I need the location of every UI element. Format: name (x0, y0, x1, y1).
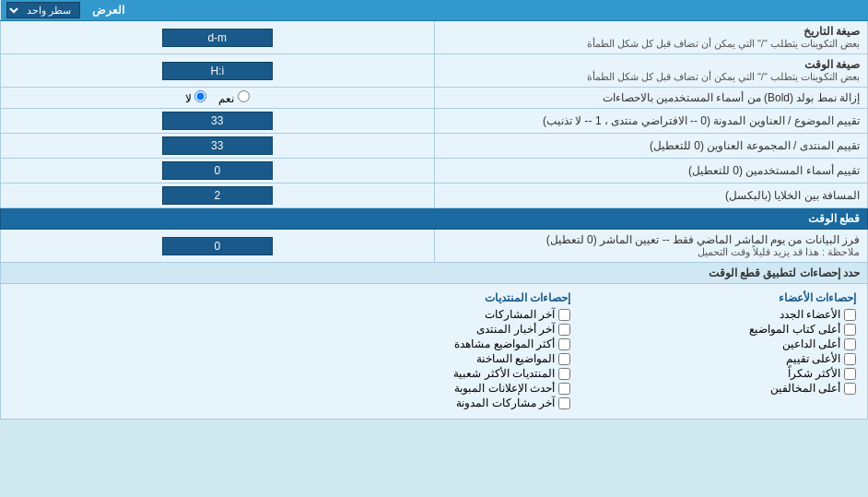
time-format-sublabel: بعض التكوينات يتطلب "/" التي يمكن أن تضا… (442, 71, 861, 83)
bold-remove-label: إزالة نمط بولد (Bold) من أسماء المستخدمي… (442, 91, 861, 104)
stat-top-rated: الأعلى تقييم (583, 352, 856, 365)
user-sort-input[interactable]: 0 (162, 161, 273, 180)
stats-limit-label: حدد إحصاءات لتطبيق قطع الوقت (709, 266, 860, 279)
stat-new-members: الأعضاء الجدد (583, 308, 856, 321)
stat-popular-forums: المنتديات الأكثر شعبية (298, 367, 570, 380)
bold-yes-radio[interactable] (238, 90, 250, 102)
date-format-input[interactable]: d-m (162, 29, 273, 47)
stats-col2-title: إحصاءات المنتديات (298, 291, 570, 304)
stat-popular-forums-check[interactable] (558, 368, 570, 380)
forum-sort-label: تقييم المنتدى / المجموعة العناوين (0 للت… (442, 139, 861, 152)
stat-forum-news: آخر أخبار المنتدى (298, 323, 570, 336)
stat-top-rated-check[interactable] (844, 353, 856, 365)
stat-top-writers: أعلى كتاب المواضيع (583, 323, 856, 336)
cutoff-days-label: فرز البيانات من يوم الماشر الماضي فقط --… (442, 233, 861, 246)
date-format-label: صيغة التاريخ (442, 25, 861, 38)
date-format-sublabel: بعض التكوينات يتطلب "/" التي يمكن أن تضا… (442, 38, 861, 50)
time-format-input[interactable]: H:i (162, 62, 273, 80)
stat-classifieds-check[interactable] (558, 383, 570, 395)
topic-sort-input[interactable]: 33 (162, 112, 273, 130)
cell-spacing-input[interactable]: 2 (162, 186, 273, 205)
stat-top-violators-check[interactable] (844, 383, 856, 395)
stat-classifieds: أحدث الإعلانات المبوبة (298, 382, 570, 395)
forum-sort-input[interactable]: 33 (162, 136, 273, 155)
stat-new-members-check[interactable] (844, 309, 856, 321)
display-label: العرض (92, 4, 124, 17)
stat-most-viewed: أكثر المواضيع مشاهدة (298, 337, 570, 350)
stats-col1-title: إحصاءات الأعضاء (583, 291, 856, 304)
cutoff-section-title: قطع الوقت (808, 212, 860, 225)
bold-yes-label: نعم (216, 92, 250, 105)
topic-sort-label: تقييم الموضوع / العناوين المدونة (0 -- ا… (442, 114, 861, 127)
bold-no-label: لا (185, 92, 206, 105)
bold-no-radio[interactable] (194, 90, 206, 102)
stat-most-thanked-check[interactable] (844, 368, 856, 380)
user-sort-label: تقييم أسماء المستخدمين (0 للتعطيل) (442, 164, 861, 177)
stat-forum-news-check[interactable] (558, 324, 570, 336)
cell-spacing-label: المسافة بين الخلايا (بالبكسل) (442, 189, 861, 202)
stat-blog-posts: آخر مشاركات المدونة (298, 396, 570, 409)
stat-blog-posts-check[interactable] (558, 397, 570, 409)
cutoff-days-input[interactable]: 0 (162, 237, 273, 255)
stat-last-posts: آخر المشاركات (298, 308, 570, 321)
stat-most-viewed-check[interactable] (558, 338, 570, 350)
display-select[interactable]: سطر واحد سطرين ثلاثة أسطر (6, 2, 80, 18)
stat-top-inviters: أعلى الداعين (583, 337, 856, 350)
stat-top-inviters-check[interactable] (844, 338, 856, 350)
time-format-label: صيغة الوقت (442, 58, 861, 71)
cutoff-days-sublabel: ملاحظة : هذا قد يزيد قليلاً وقت التحميل (442, 246, 861, 258)
stat-top-violators: أعلى المخالفين (583, 382, 856, 395)
stat-most-thanked: الأكثر شكراً (583, 367, 856, 380)
stat-last-posts-check[interactable] (558, 309, 570, 321)
stat-hot-topics-check[interactable] (558, 353, 570, 365)
stat-top-writers-check[interactable] (844, 324, 856, 336)
stat-hot-topics: المواضيع الساخنة (298, 352, 570, 365)
